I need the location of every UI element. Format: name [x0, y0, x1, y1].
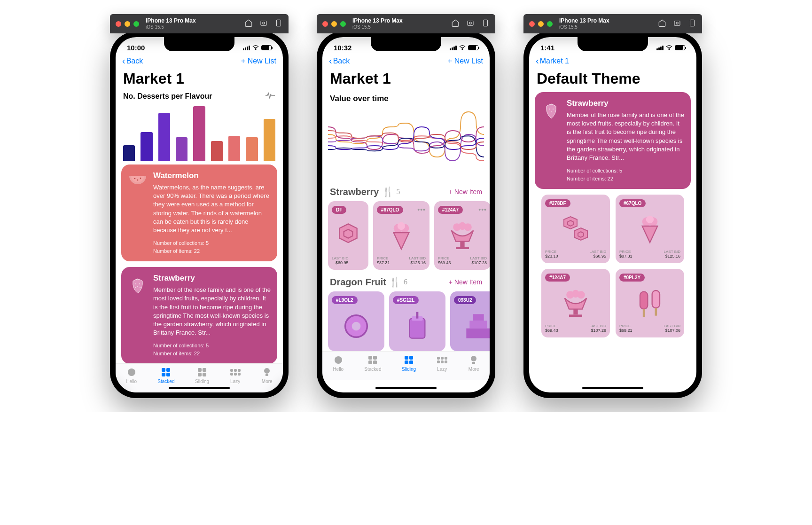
- svg-rect-31: [469, 321, 487, 328]
- line-chart[interactable]: [322, 104, 490, 180]
- wifi-icon: [665, 44, 673, 52]
- new-list-button[interactable]: + New List: [241, 57, 276, 65]
- more-icon[interactable]: •••: [417, 206, 426, 213]
- strawberry-icon: [128, 275, 147, 294]
- grid-icon: [230, 369, 241, 376]
- window-controls[interactable]: [529, 21, 553, 27]
- card-strawberry[interactable]: Strawberry Member of the rose family and…: [535, 92, 691, 189]
- grid-icon: [162, 368, 170, 376]
- os-version: iOS 15.5: [146, 24, 196, 30]
- svg-rect-48: [573, 309, 578, 315]
- close-icon[interactable]: [116, 21, 121, 27]
- item-card[interactable]: #SG12L: [389, 291, 445, 351]
- svg-point-39: [549, 109, 550, 110]
- tab-lazy[interactable]: Lazy: [437, 354, 448, 372]
- card-watermelon[interactable]: Watermelon Watermelons, as the name sugg…: [121, 165, 277, 261]
- zoom-icon[interactable]: [340, 21, 346, 27]
- strawberry-items[interactable]: DF LAST BID$60.95 #67QLO••• PRICE$87.31L…: [322, 201, 490, 270]
- home-indicator[interactable]: [582, 387, 643, 389]
- home-icon[interactable]: [451, 19, 460, 29]
- svg-point-8: [137, 286, 138, 287]
- item-card[interactable]: DF LAST BID$60.95: [328, 201, 368, 270]
- zoom-icon[interactable]: [133, 21, 139, 27]
- rotate-icon[interactable]: [688, 19, 696, 29]
- svg-rect-32: [466, 329, 490, 338]
- grid-icon: [198, 368, 206, 376]
- chevron-left-icon: ‹: [536, 55, 539, 66]
- svg-rect-23: [460, 242, 464, 247]
- battery-icon: [261, 45, 272, 50]
- svg-point-3: [134, 178, 136, 180]
- window-controls[interactable]: [116, 21, 139, 27]
- page-title: Market 1: [116, 70, 283, 92]
- item-card[interactable]: #278DF PRICE$23.10LAST BID$60.95: [541, 195, 610, 263]
- tab-lazy[interactable]: Lazy: [230, 367, 241, 384]
- home-indicator[interactable]: [169, 387, 230, 389]
- svg-point-5: [140, 178, 141, 179]
- device-2: iPhone 13 Pro MaxiOS 15.5 10:32 ‹Back + …: [317, 14, 495, 398]
- tab-hello[interactable]: Hello: [333, 354, 344, 372]
- rotate-icon[interactable]: [274, 19, 283, 29]
- tab-more[interactable]: More: [468, 354, 479, 372]
- minimize-icon[interactable]: [538, 21, 544, 27]
- card-strawberry[interactable]: Strawberry Member of the rose family and…: [121, 267, 277, 363]
- new-item-button[interactable]: + New Item: [449, 278, 482, 286]
- bulb-icon: [261, 367, 273, 378]
- new-item-button[interactable]: + New Item: [449, 188, 482, 196]
- svg-point-9: [135, 287, 136, 288]
- dragonfruit-items[interactable]: #L9OL2 #SG12L 093U2: [322, 291, 490, 351]
- device-name: iPhone 13 Pro Max: [146, 18, 196, 24]
- item-card[interactable]: #67QLO••• PRICE$87.31LAST BID$125.16: [373, 201, 429, 270]
- tab-sliding[interactable]: Sliding: [402, 354, 416, 372]
- screenshot-icon[interactable]: [259, 19, 268, 29]
- page-title: Default Theme: [529, 70, 696, 92]
- donut-icon: [340, 310, 373, 343]
- svg-rect-29: [416, 312, 419, 319]
- nav-header: ‹Back + New List: [116, 54, 283, 70]
- tab-stacked[interactable]: Stacked: [364, 354, 381, 372]
- back-button[interactable]: ‹Back: [122, 55, 143, 66]
- svg-rect-52: [652, 290, 660, 308]
- zoom-icon[interactable]: [547, 21, 553, 27]
- tab-more[interactable]: More: [261, 367, 273, 384]
- home-icon[interactable]: [244, 19, 253, 29]
- tab-sliding[interactable]: Sliding: [195, 367, 209, 384]
- close-icon[interactable]: [529, 21, 535, 27]
- tab-stacked[interactable]: Stacked: [157, 367, 174, 384]
- minimize-icon[interactable]: [331, 21, 337, 27]
- page-title: Market 1: [322, 70, 490, 92]
- cellular-icon: [450, 46, 457, 50]
- svg-rect-2: [277, 20, 281, 26]
- new-list-button[interactable]: + New List: [448, 57, 483, 65]
- rotate-icon[interactable]: [481, 19, 490, 29]
- screenshot-icon[interactable]: [466, 19, 475, 29]
- clock: 10:00: [127, 44, 145, 52]
- home-indicator[interactable]: [375, 387, 437, 389]
- cellular-icon: [243, 46, 250, 50]
- more-icon[interactable]: •••: [478, 206, 487, 213]
- minimize-icon[interactable]: [125, 21, 130, 27]
- item-card[interactable]: #L9OL2: [328, 291, 384, 351]
- screenshot-icon[interactable]: [673, 19, 681, 29]
- item-card[interactable]: 093U2: [450, 291, 490, 351]
- svg-rect-35: [472, 362, 475, 364]
- svg-point-26: [352, 322, 361, 331]
- item-card[interactable]: #67QLO PRICE$87.31LAST BID$125.16: [616, 195, 684, 263]
- clock: 10:32: [334, 44, 351, 52]
- back-button[interactable]: ‹Market 1: [536, 55, 569, 66]
- item-card[interactable]: #0PL2Y PRICE$69.21LAST BID$107.06: [616, 269, 684, 337]
- tab-hello[interactable]: Hello: [126, 367, 137, 384]
- ice-cream-icon: [385, 219, 418, 252]
- svg-rect-49: [569, 314, 582, 317]
- svg-rect-30: [473, 314, 484, 321]
- close-icon[interactable]: [322, 21, 328, 27]
- bar-chart[interactable]: [116, 103, 283, 165]
- item-card[interactable]: #124A7 PRICE$69.43LAST BID$107.28: [541, 269, 610, 337]
- back-button[interactable]: ‹Back: [329, 55, 350, 66]
- window-controls[interactable]: [322, 21, 346, 27]
- item-card[interactable]: #124A7••• PRICE$69.43LAST BID$107.28: [434, 201, 490, 270]
- svg-point-12: [264, 368, 270, 374]
- svg-point-19: [398, 222, 405, 230]
- home-icon[interactable]: [658, 19, 666, 29]
- activity-icon[interactable]: [265, 92, 275, 101]
